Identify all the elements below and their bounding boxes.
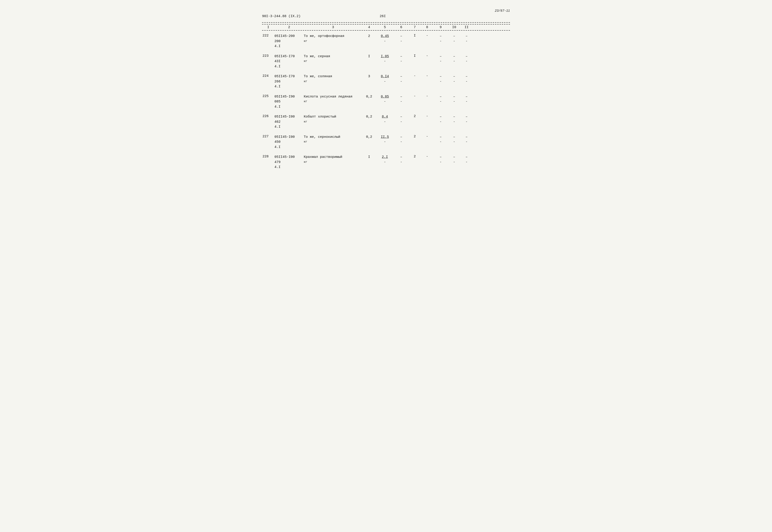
header-row: 90I-3-244.88 (IX.2) 26I [262,14,510,18]
row-col10: – - [448,74,460,84]
col-header-8: 8 [421,25,433,29]
row-num: 225 [262,94,275,98]
row-col7: - [409,74,421,78]
col-header-4: 4 [362,25,376,29]
row-col6: – - [394,94,409,104]
doc-number: 23/67-11 [262,9,510,13]
row-desc: То же, ортофосфорная кг [304,34,362,43]
row-code: 05II45-I90 085 4.I [275,94,304,110]
row-col10: – - [448,155,460,165]
page-wrapper: 23/67-11 90I-3-244.88 (IX.2) 26I I 2 3 4… [262,9,510,171]
row-col5: I,05 - [376,54,394,64]
row-code: 05II45-I00 450 4.I [275,135,304,150]
row-col4: 3 [362,74,376,79]
col-header-6: 6 [394,25,409,29]
row-col4: I [362,54,376,59]
row-col9: – - [433,114,448,125]
row-col4: 0,2 [362,94,376,100]
row-col6: – - [394,135,409,145]
row-col9: – - [433,34,448,44]
row-desc: То же, серная кг [304,54,362,63]
row-col8: - [421,34,433,38]
row-code: 05II45-I00 462 4.I [275,114,304,130]
row-num: 227 [262,135,275,138]
row-col9: – - [433,54,448,64]
row-col5: 0,I4 - [376,74,394,84]
header-left: 90I-3-244.88 (IX.2) [262,14,301,18]
row-col6: – - [394,54,409,64]
row-col8: - [421,155,433,158]
row-col9: – - [433,155,448,165]
top-dashed-line [262,22,510,23]
table-row: 225 05II45-I90 085 4.I Кислота уксусная … [262,93,510,111]
col-header-10: I0 [448,25,460,29]
row-col10: – - [448,34,460,44]
row-col7: I [409,34,421,38]
row-col7: 2 [409,155,421,158]
row-desc: Кобалт хлористый кг [304,114,362,124]
row-col5: 0,85 - [376,94,394,104]
col-headers-row: I 2 3 4 5 6 7 8 9 I0 II [262,24,510,31]
row-col5: 2,I - [376,155,394,165]
row-num: 226 [262,114,275,118]
row-col4: I [362,155,376,160]
row-col7: 2 [409,114,421,118]
row-col11: – - [460,54,473,64]
row-col7: I [409,54,421,58]
row-col9: – - [433,74,448,84]
row-col6: – - [394,114,409,125]
row-col5: 0,45 - [376,34,394,44]
row-desc: Кислота уксусная ледяная кг [304,94,362,104]
table-row: 227 05II45-I00 450 4.I То же, сернокислы… [262,133,510,151]
row-col11: – - [460,74,473,84]
row-col8: - [421,94,433,98]
row-code: 05II45-I70 266 4.I [275,74,304,89]
row-col6: – - [394,155,409,165]
row-col9: – - [433,135,448,145]
row-desc: Крахмал растворимый кг [304,155,362,164]
row-col10: – - [448,54,460,64]
row-col8: - [421,114,433,118]
row-col10: – - [448,114,460,125]
table-row: 228 05II45-I00 479 4.I Крахмал растворим… [262,153,510,171]
table-row: 222 05II45-200 200 4.I То же, ортофосфор… [262,32,510,50]
table-row: 226 05II45-I00 462 4.I Кобалт хлористый … [262,113,510,131]
row-col5: II,5 - [376,135,394,145]
row-num: 228 [262,155,275,158]
row-code: 05II45-I70 43I 4.I [275,54,304,69]
row-col8: - [421,135,433,138]
col-header-7: 7 [409,25,421,29]
row-num: 224 [262,74,275,78]
row-num: 222 [262,34,275,38]
row-code: 05II45-I00 479 4.I [275,155,304,170]
row-col10: – - [448,135,460,145]
table-body: 222 05II45-200 200 4.I То же, ортофосфор… [262,32,510,171]
row-col11: – - [460,135,473,145]
header-center: 26I [380,14,386,18]
row-col4: 0,2 [362,114,376,120]
table-row: 224 05II45-I70 266 4.I То же, соляная кг… [262,73,510,90]
row-col5: 8,4 - [376,114,394,125]
row-col8: - [421,54,433,58]
row-col7: 2 [409,135,421,138]
row-col7: - [409,94,421,98]
row-col11: – - [460,114,473,125]
row-col11: – - [460,94,473,104]
row-desc: То же, соляная кг [304,74,362,84]
row-col11: – - [460,34,473,44]
row-col6: – - [394,74,409,84]
col-header-9: 9 [433,25,448,29]
col-header-11: II [460,25,473,29]
row-col8: - [421,74,433,78]
row-col6: – - [394,34,409,44]
row-desc: То же, сернокислый кг [304,135,362,144]
row-col4: 0,2 [362,135,376,140]
col-header-5: 5 [376,25,394,29]
row-col11: – - [460,155,473,165]
row-col4: 2 [362,34,376,39]
col-header-3: 3 [304,25,362,29]
row-col10: – - [448,94,460,104]
col-header-1: I [262,25,275,29]
row-num: 223 [262,54,275,58]
table-row: 223 05II45-I70 43I 4.I То же, серная кг … [262,53,510,70]
